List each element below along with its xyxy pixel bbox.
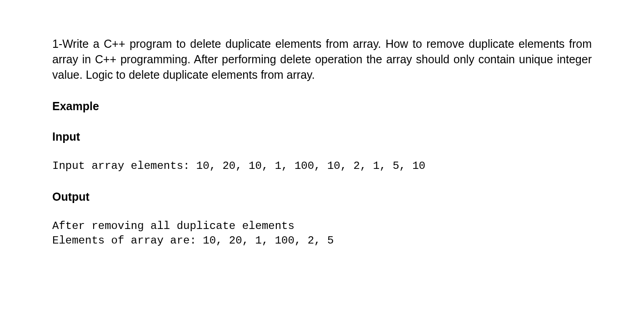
problem-description: 1-Write a C++ program to delete duplicat…	[52, 36, 592, 82]
output-example-line1: After removing all duplicate elements	[52, 219, 592, 234]
input-example-text: Input array elements: 10, 20, 10, 1, 100…	[52, 159, 592, 173]
heading-output: Output	[52, 190, 592, 203]
output-example-line2: Elements of array are: 10, 20, 1, 100, 2…	[52, 234, 592, 248]
heading-input: Input	[52, 130, 592, 143]
heading-example: Example	[52, 100, 592, 113]
